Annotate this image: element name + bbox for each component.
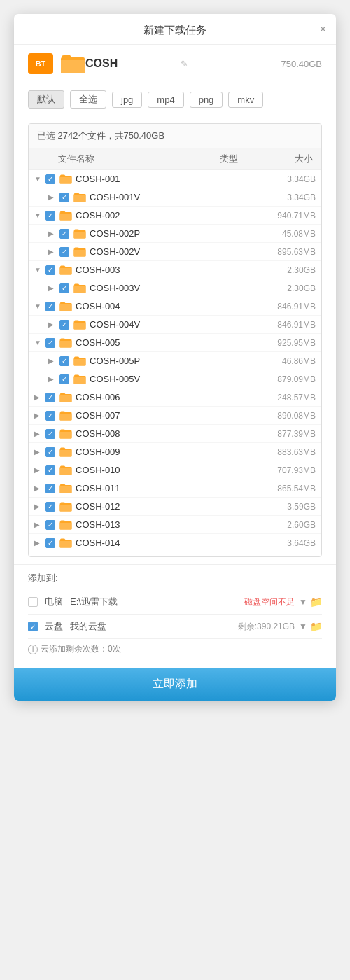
file-tree-container[interactable]: 已选 2742个文件，共750.40GB 文件名称 类型 大小 ▼COSH-00… (28, 123, 322, 557)
row-name: COSH-008 (76, 428, 253, 439)
row-size: 45.08MB (253, 229, 316, 239)
row-checkbox[interactable] (46, 338, 55, 348)
row-name: COSH-005V (90, 374, 253, 384)
row-checkbox[interactable] (59, 247, 69, 257)
row-checkbox[interactable] (59, 284, 69, 293)
chevron-icon[interactable]: ▶ (48, 375, 59, 383)
chevron-icon[interactable]: ▶ (48, 230, 59, 237)
row-checkbox[interactable] (46, 174, 55, 184)
chevron-icon[interactable]: ▶ (34, 393, 46, 401)
chevron-icon[interactable]: ▶ (34, 448, 46, 456)
chevron-icon[interactable]: ▶ (34, 521, 46, 528)
chevron-icon[interactable]: ▶ (34, 430, 46, 438)
row-size: 890.08MB (253, 411, 316, 421)
chevron-icon[interactable]: ▶ (48, 248, 59, 255)
row-checkbox[interactable] (59, 320, 69, 330)
tree-row: ▼COSH-005925.95MB (29, 334, 321, 352)
filter-mp4[interactable]: mp4 (148, 92, 183, 108)
chevron-icon[interactable]: ▶ (34, 484, 46, 492)
row-size: 707.93MB (253, 465, 316, 475)
dest-folder-btn-pc[interactable]: 📁 (310, 596, 322, 608)
row-checkbox[interactable] (46, 429, 55, 439)
row-checkbox[interactable] (46, 538, 55, 548)
row-checkbox[interactable] (46, 265, 55, 275)
row-checkbox[interactable] (59, 356, 69, 366)
folder-icon-small (74, 356, 86, 366)
filter-png[interactable]: png (190, 92, 223, 108)
chevron-icon[interactable]: ▼ (34, 211, 46, 219)
chevron-icon[interactable]: ▼ (34, 266, 46, 274)
chevron-icon[interactable]: ▶ (48, 284, 59, 292)
row-checkbox[interactable] (46, 502, 55, 512)
folder-icon-small (74, 246, 86, 257)
chevron-icon[interactable]: ▶ (48, 321, 59, 328)
chevron-icon[interactable]: ▼ (34, 175, 46, 183)
row-name: COSH-005 (76, 337, 253, 348)
dest-path-pc: E:\迅雷下载 (70, 596, 244, 608)
filter-select-all[interactable]: 全选 (70, 90, 106, 108)
row-size: 2.16GB (253, 556, 316, 558)
chevron-icon[interactable]: ▼ (34, 339, 46, 346)
tree-row: ▶COSH-005P46.86MB (29, 352, 321, 370)
row-checkbox[interactable] (59, 374, 69, 384)
filter-jpg[interactable]: jpg (112, 92, 142, 108)
edit-icon[interactable]: ✎ (181, 59, 188, 69)
row-checkbox[interactable] (59, 229, 69, 239)
dest-info-cloud: 剩余:390.21GB (238, 621, 295, 633)
row-checkbox[interactable] (46, 556, 55, 558)
row-size: 46.86MB (253, 356, 316, 366)
dest-checkbox-pc[interactable] (28, 597, 38, 607)
row-size: 925.95MB (253, 338, 316, 348)
chevron-icon[interactable]: ▼ (34, 302, 46, 310)
folder-icon-small (59, 447, 72, 457)
close-button[interactable]: × (320, 23, 326, 36)
dest-folder-btn-cloud[interactable]: 📁 (310, 621, 322, 632)
row-name: COSH-005P (90, 356, 253, 366)
dest-dropdown-cloud[interactable]: ▼ (299, 622, 307, 631)
folder-icon-small (74, 374, 86, 384)
tree-row: ▶COSH-006248.57MB (29, 388, 321, 407)
filter-mkv[interactable]: mkv (228, 92, 263, 108)
tree-row: ▶COSH-009883.63MB (29, 443, 321, 461)
row-checkbox[interactable] (46, 465, 55, 475)
row-size: 865.54MB (253, 484, 316, 493)
row-checkbox[interactable] (46, 520, 55, 530)
chevron-icon[interactable]: ▶ (34, 412, 46, 419)
filter-default[interactable]: 默认 (28, 90, 64, 108)
row-name: COSH-009 (76, 447, 253, 457)
col-name-header: 文件名称 (58, 153, 208, 165)
row-name: COSH-001V (90, 192, 253, 202)
folder-icon-small (59, 465, 72, 475)
folder-icon-small (74, 283, 86, 293)
chevron-icon[interactable]: ▶ (48, 357, 59, 365)
row-name: COSH-014 (76, 538, 253, 548)
folder-icon-small (59, 519, 72, 530)
submit-button[interactable]: 立即添加 (14, 668, 336, 701)
row-checkbox[interactable] (46, 484, 55, 493)
bt-icon: BT (28, 53, 53, 74)
folder-info: BT COSH ✎ 750.40GB (14, 45, 336, 83)
tree-row: ▶COSH-008877.39MB (29, 425, 321, 443)
row-checkbox[interactable] (46, 411, 55, 421)
row-name: COSH-007 (76, 410, 253, 421)
folder-icon-small (59, 410, 72, 421)
dest-checkbox-cloud[interactable] (28, 622, 38, 631)
chevron-icon[interactable]: ▶ (34, 539, 46, 547)
row-checkbox[interactable] (46, 211, 55, 220)
dest-dropdown-pc[interactable]: ▼ (299, 597, 307, 607)
tree-row: ▶COSH-002P45.08MB (29, 225, 321, 243)
chevron-icon[interactable]: ▶ (34, 503, 46, 510)
folder-icon-small (59, 556, 72, 557)
row-name: COSH-012 (76, 501, 253, 512)
tree-row: ▶COSH-0152.16GB (29, 552, 321, 557)
cloud-info-icon: i (28, 645, 38, 654)
row-checkbox[interactable] (46, 302, 55, 312)
row-name: COSH-002V (90, 246, 253, 257)
tree-row: ▼COSH-002940.71MB (29, 206, 321, 225)
chevron-icon[interactable]: ▶ (34, 466, 46, 474)
chevron-icon[interactable]: ▶ (48, 193, 59, 201)
folder-icon-small (59, 265, 72, 275)
row-checkbox[interactable] (46, 393, 55, 402)
row-checkbox[interactable] (59, 192, 69, 202)
row-checkbox[interactable] (46, 447, 55, 457)
